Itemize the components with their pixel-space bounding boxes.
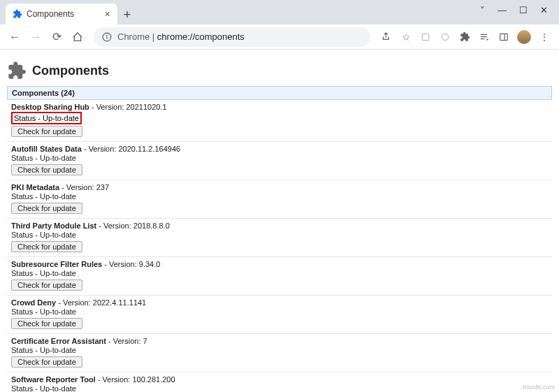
tab-close-icon[interactable]: × — [105, 8, 110, 20]
svg-point-1 — [106, 34, 108, 36]
playlist-icon[interactable] — [478, 31, 491, 43]
check-update-button[interactable]: Check for update — [11, 356, 82, 368]
sidebar-icon[interactable] — [498, 31, 510, 43]
url-text: Chrome | chrome://components — [117, 31, 245, 42]
minimize-icon[interactable]: — — [498, 5, 507, 15]
svg-rect-3 — [422, 34, 428, 40]
check-update-button[interactable]: Check for update — [11, 126, 82, 137]
chevron-down-icon[interactable]: ˅ — [480, 5, 485, 15]
watermark: msxdn.com — [523, 384, 555, 391]
component-version: Version: 7 — [113, 337, 147, 345]
component-name: Desktop Sharing Hub — [11, 103, 89, 111]
component-status: Status - Up-to-date — [11, 268, 548, 280]
component-status: Status - Up-to-date — [11, 230, 548, 241]
component-title: Third Party Module List - Version: 2018.… — [11, 220, 548, 230]
component-version: Version: 2022.4.11.1141 — [63, 298, 146, 307]
component-item: PKI Metadata - Version: 237Status - Up-t… — [7, 180, 552, 219]
check-update-button[interactable]: Check for update — [11, 318, 82, 329]
component-status: Status - Up-to-date — [11, 191, 548, 203]
component-title: Autofill States Data - Version: 2020.11.… — [11, 143, 548, 153]
content-area: Components Components (24) Desktop Shari… — [0, 50, 559, 392]
page-title: Components — [32, 64, 109, 78]
component-status: Status - Up-to-date — [11, 112, 82, 124]
component-title: Crowd Deny - Version: 2022.4.11.1141 — [11, 297, 548, 307]
forward-button[interactable]: → — [27, 28, 45, 46]
component-item: Certificate Error Assistant - Version: 7… — [7, 334, 552, 372]
circle-icon[interactable] — [439, 31, 451, 43]
check-update-button[interactable]: Check for update — [11, 280, 82, 291]
component-item: Subresource Filter Rules - Version: 9.34… — [7, 257, 552, 296]
component-item: Autofill States Data - Version: 2020.11.… — [7, 142, 552, 180]
site-info-icon[interactable] — [102, 32, 112, 42]
component-version: Version: 2020.11.2.164946 — [89, 145, 181, 153]
toolbar: ← → ⟳ Chrome | chrome://components ☆ — [0, 24, 559, 50]
component-version: Version: 20211020.1 — [96, 103, 167, 111]
component-name: Autofill States Data — [11, 145, 82, 153]
menu-icon[interactable]: ⋮ — [538, 31, 551, 43]
profile-avatar[interactable] — [517, 30, 531, 44]
component-title: Software Reporter Tool - Version: 100.28… — [11, 374, 548, 384]
component-version: Version: 2018.8.8.0 — [103, 222, 170, 230]
component-title: Certificate Error Assistant - Version: 7 — [11, 335, 548, 345]
component-version: Version: 237 — [66, 183, 109, 191]
component-status: Status - Up-to-date — [11, 307, 548, 318]
tab-title: Components — [27, 9, 101, 19]
component-item: Third Party Module List - Version: 2018.… — [7, 219, 552, 257]
svg-rect-2 — [106, 36, 107, 39]
back-button[interactable]: ← — [6, 28, 24, 46]
component-name: PKI Metadata — [11, 183, 59, 191]
component-status: Status - Up-to-date — [11, 384, 548, 392]
maximize-icon[interactable]: ☐ — [519, 5, 528, 15]
new-tab-button[interactable]: + — [117, 5, 137, 24]
check-update-button[interactable]: Check for update — [11, 164, 82, 175]
reload-button[interactable]: ⟳ — [48, 28, 66, 46]
app-icon[interactable] — [419, 31, 432, 43]
check-update-button[interactable]: Check for update — [11, 241, 82, 252]
window-controls: ˅ — ☐ ✕ — [469, 0, 559, 20]
component-item: Desktop Sharing Hub - Version: 20211020.… — [7, 100, 552, 142]
component-item: Software Reporter Tool - Version: 100.28… — [7, 372, 552, 392]
address-bar[interactable]: Chrome | chrome://components — [94, 27, 370, 47]
svg-rect-5 — [500, 34, 508, 40]
component-title: Desktop Sharing Hub - Version: 20211020.… — [11, 101, 548, 111]
section-header: Components (24) — [7, 86, 552, 100]
extensions-icon[interactable] — [458, 31, 471, 43]
component-name: Third Party Module List — [11, 222, 96, 230]
component-item: Crowd Deny - Version: 2022.4.11.1141Stat… — [7, 296, 552, 334]
component-status: Status - Up-to-date — [11, 153, 548, 164]
component-name: Certificate Error Assistant — [11, 337, 106, 345]
component-title: PKI Metadata - Version: 237 — [11, 182, 548, 191]
browser-tab[interactable]: Components × — [6, 3, 117, 24]
extension-icon — [7, 61, 27, 80]
toolbar-actions: ☆ ⋮ — [377, 30, 553, 44]
component-title: Subresource Filter Rules - Version: 9.34… — [11, 259, 548, 268]
svg-point-4 — [442, 34, 448, 40]
component-version: Version: 100.281.200 — [103, 375, 175, 384]
check-update-button[interactable]: Check for update — [11, 203, 82, 214]
share-icon[interactable] — [380, 31, 393, 43]
component-status: Status - Up-to-date — [11, 345, 548, 356]
bookmark-icon[interactable]: ☆ — [400, 31, 412, 43]
home-button[interactable] — [68, 28, 87, 46]
page-header: Components — [0, 50, 559, 86]
component-name: Crowd Deny — [11, 298, 56, 307]
component-name: Software Reporter Tool — [11, 375, 96, 384]
components-list: Desktop Sharing Hub - Version: 20211020.… — [0, 100, 559, 392]
component-name: Subresource Filter Rules — [11, 260, 102, 268]
close-icon[interactable]: ✕ — [540, 5, 548, 15]
component-version: Version: 9.34.0 — [109, 260, 160, 268]
extension-icon — [13, 9, 22, 19]
